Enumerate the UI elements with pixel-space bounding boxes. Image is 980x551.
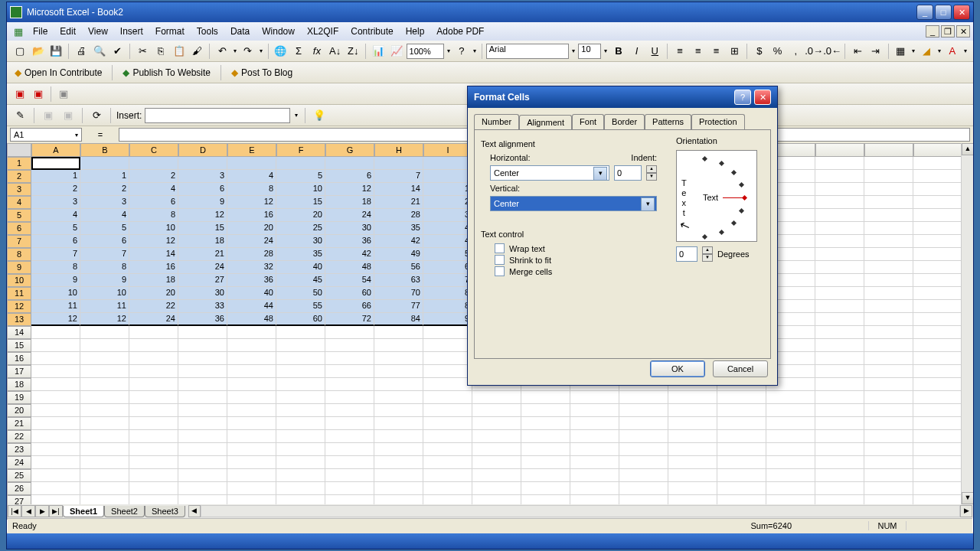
cell[interactable]: 12	[129, 235, 178, 248]
cell[interactable]	[423, 326, 472, 339]
cell[interactable]: 20	[227, 222, 276, 235]
cell[interactable]: 12	[31, 313, 80, 326]
cell[interactable]	[864, 235, 913, 248]
cell[interactable]: 6	[129, 196, 178, 209]
sheet-tab-3[interactable]: Sheet3	[145, 506, 185, 517]
cell[interactable]	[31, 469, 80, 482]
cell[interactable]	[80, 326, 129, 339]
cell[interactable]	[31, 157, 80, 170]
italic-icon[interactable]: I	[629, 43, 645, 60]
cell[interactable]	[864, 222, 913, 235]
row-header-19[interactable]: 19	[7, 391, 31, 404]
cell[interactable]: 24	[227, 235, 276, 248]
cell[interactable]	[815, 222, 864, 235]
cell[interactable]	[913, 378, 962, 391]
row-header-17[interactable]: 17	[7, 365, 31, 378]
align-left-icon[interactable]: ≡	[671, 43, 688, 60]
menu-view[interactable]: View	[82, 24, 114, 39]
cell[interactable]	[31, 378, 80, 391]
cell[interactable]	[815, 326, 864, 339]
col-header-G[interactable]: G	[325, 143, 374, 157]
row-header-14[interactable]: 14	[7, 326, 31, 339]
cell[interactable]	[129, 378, 178, 391]
cell[interactable]	[374, 430, 423, 443]
cell[interactable]	[423, 157, 472, 170]
cell[interactable]	[619, 443, 668, 456]
cell[interactable]	[913, 157, 962, 170]
dialog-close-button[interactable]: ✕	[754, 90, 771, 105]
decrease-decimal-icon[interactable]: .0←	[824, 43, 841, 60]
row-header-7[interactable]: 7	[7, 235, 31, 248]
cell[interactable]	[815, 482, 864, 495]
cell[interactable]	[31, 326, 80, 339]
cell[interactable]	[521, 456, 570, 469]
cell[interactable]	[31, 417, 80, 430]
tab-protection[interactable]: Protection	[691, 114, 745, 129]
cell[interactable]	[374, 157, 423, 170]
cell[interactable]: 2	[423, 196, 472, 209]
cell[interactable]	[766, 391, 815, 404]
cell[interactable]	[913, 274, 962, 287]
cell[interactable]: 7	[423, 274, 472, 287]
cell[interactable]	[570, 417, 619, 430]
cell[interactable]: 9	[178, 196, 227, 209]
cell[interactable]	[472, 391, 521, 404]
cell[interactable]	[815, 287, 864, 300]
open-icon[interactable]: 📂	[30, 43, 47, 60]
vertical-select[interactable]: Center	[490, 196, 657, 211]
cell[interactable]	[178, 456, 227, 469]
cell[interactable]: 1	[31, 170, 80, 183]
cell[interactable]: 11	[80, 300, 129, 313]
cell[interactable]	[80, 417, 129, 430]
cell[interactable]: 5	[31, 222, 80, 235]
cell[interactable]: 21	[178, 248, 227, 261]
cell[interactable]	[717, 482, 766, 495]
row-header-2[interactable]: 2	[7, 170, 31, 183]
cell[interactable]	[913, 482, 962, 495]
cut-icon[interactable]: ✂	[134, 43, 151, 60]
undo-dropdown[interactable]: ▾	[232, 47, 238, 54]
font-color-icon[interactable]: A	[944, 43, 961, 60]
cell[interactable]: 5	[423, 248, 472, 261]
cell[interactable]	[276, 157, 325, 170]
cell[interactable]	[129, 417, 178, 430]
cell[interactable]: 60	[325, 287, 374, 300]
cell[interactable]: 8	[423, 287, 472, 300]
sheet-nav-next[interactable]: ▶	[35, 505, 49, 517]
cell[interactable]	[423, 430, 472, 443]
cell[interactable]: 21	[374, 196, 423, 209]
cell[interactable]	[570, 482, 619, 495]
cell[interactable]: 48	[227, 313, 276, 326]
cell[interactable]	[864, 469, 913, 482]
cell[interactable]	[129, 430, 178, 443]
cell[interactable]	[178, 417, 227, 430]
pencil-icon[interactable]: ✎	[11, 107, 28, 124]
scroll-left-button[interactable]: ◀	[188, 505, 201, 517]
sheet-tab-2[interactable]: Sheet2	[104, 506, 145, 517]
cell[interactable]	[619, 417, 668, 430]
cell[interactable]: 2	[80, 183, 129, 196]
cell[interactable]: 18	[178, 235, 227, 248]
cell[interactable]	[178, 339, 227, 352]
cell[interactable]	[374, 391, 423, 404]
cell[interactable]	[717, 417, 766, 430]
cell[interactable]	[815, 417, 864, 430]
cell[interactable]	[276, 378, 325, 391]
cancel-button[interactable]: Cancel	[713, 360, 768, 377]
cell[interactable]	[129, 391, 178, 404]
col-header-B[interactable]: B	[80, 143, 129, 157]
cell[interactable]: 30	[276, 235, 325, 248]
cell[interactable]	[521, 443, 570, 456]
cell[interactable]: 30	[178, 287, 227, 300]
cell[interactable]: 30	[325, 222, 374, 235]
cell[interactable]	[325, 365, 374, 378]
cell[interactable]	[374, 365, 423, 378]
workbook-restore-button[interactable]: ❐	[941, 25, 955, 37]
cell[interactable]: 4	[227, 170, 276, 183]
cell[interactable]: 25	[276, 222, 325, 235]
menu-format[interactable]: Format	[149, 24, 191, 39]
row-header-12[interactable]: 12	[7, 300, 31, 313]
cell[interactable]	[619, 469, 668, 482]
hyperlink-icon[interactable]: 🌐	[273, 43, 289, 60]
align-center-icon[interactable]: ≡	[690, 43, 707, 60]
